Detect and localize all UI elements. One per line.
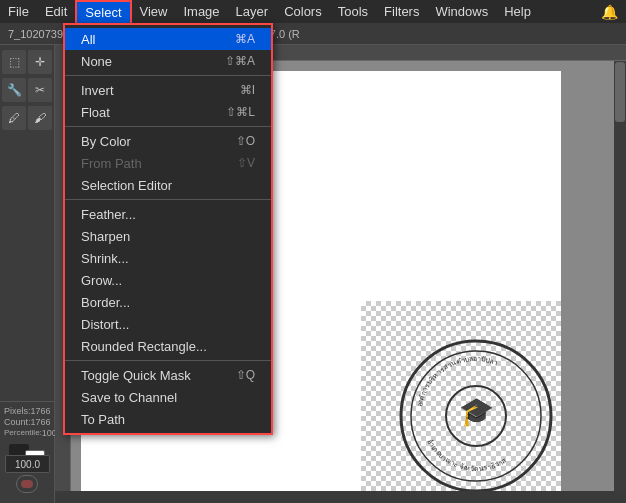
menubar-item-edit[interactable]: Edit (37, 0, 75, 23)
menu-item-all-label: All (81, 32, 95, 47)
separator-3 (65, 199, 271, 200)
menu-item-feather-label: Feather... (81, 207, 136, 222)
menubar-item-colors[interactable]: Colors (276, 0, 330, 23)
menu-item-selection-editor[interactable]: Selection Editor (65, 174, 271, 196)
zoom-value: 100.0 (15, 459, 40, 470)
toolbox: ⬚ ✛ 🔧 ✂ 🖊 🖌 Pixels: 1766 Count: 1766 (0, 45, 55, 503)
menu-item-grow[interactable]: Grow... (65, 269, 271, 291)
menu-item-toggle-quick-mask[interactable]: Toggle Quick Mask ⇧Q (65, 364, 271, 386)
menu-item-float-label: Float (81, 105, 110, 120)
menubar-item-view[interactable]: View (132, 0, 176, 23)
menu-item-from-path-label: From Path (81, 156, 142, 171)
menu-item-toggle-quick-mask-shortcut: ⇧Q (236, 368, 255, 382)
menubar-item-image[interactable]: Image (175, 0, 227, 23)
menu-item-sharpen[interactable]: Sharpen (65, 225, 271, 247)
menu-item-distort-label: Distort... (81, 317, 129, 332)
menu-item-invert-label: Invert (81, 83, 114, 98)
menubar: File Edit Select View Image Layer Colors… (0, 0, 626, 23)
separator-4 (65, 360, 271, 361)
count-label: Count: (4, 417, 31, 427)
menu-item-to-path-label: To Path (81, 412, 125, 427)
menu-item-border-label: Border... (81, 295, 130, 310)
status-bar (55, 491, 626, 503)
stamp-image: 🎓 องค์การบริหารส่วนตำบลอาบัปลา อำเภอบาเจ… (396, 336, 556, 491)
info-percentile: Percentile: 100.0 (4, 428, 50, 438)
menubar-item-filters[interactable]: Filters (376, 0, 427, 23)
tool-lasso[interactable]: 🔧 (2, 78, 26, 102)
info-count: Count: 1766 (4, 417, 50, 427)
separator-1 (65, 75, 271, 76)
pixels-value: 1766 (31, 406, 51, 416)
menu-item-by-color[interactable]: By Color ⇧O (65, 130, 271, 152)
menu-item-none-shortcut: ⇧⌘A (225, 54, 255, 68)
tool-eyedropper[interactable]: 🖊 (2, 106, 26, 130)
menubar-item-layer[interactable]: Layer (228, 0, 277, 23)
quick-mask-icon[interactable] (16, 475, 38, 493)
menu-item-save-to-channel-label: Save to Channel (81, 390, 177, 405)
menu-item-float-shortcut: ⇧⌘L (226, 105, 255, 119)
tool-select[interactable]: ⬚ (2, 50, 26, 74)
menu-item-border[interactable]: Border... (65, 291, 271, 313)
menu-item-selection-editor-label: Selection Editor (81, 178, 172, 193)
menu-item-sharpen-label: Sharpen (81, 229, 130, 244)
menu-item-invert-shortcut: ⌘I (240, 83, 255, 97)
menu-item-float[interactable]: Float ⇧⌘L (65, 101, 271, 123)
vscrollbar[interactable] (614, 61, 626, 491)
menu-item-from-path-shortcut: ⇧V (237, 156, 255, 170)
menu-item-from-path[interactable]: From Path ⇧V (65, 152, 271, 174)
menu-item-none[interactable]: None ⇧⌘A (65, 50, 271, 72)
menubar-item-select[interactable]: Select (75, 0, 131, 23)
menu-item-by-color-label: By Color (81, 134, 131, 149)
count-value: 1766 (31, 417, 51, 427)
select-dropdown-menu: All ⌘A None ⇧⌘A Invert ⌘I Float ⇧⌘L By C… (63, 23, 273, 435)
svg-text:🎓: 🎓 (459, 395, 494, 428)
separator-2 (65, 126, 271, 127)
tool-move[interactable]: ✛ (28, 50, 52, 74)
tool-paint[interactable]: 🖌 (28, 106, 52, 130)
info-pixels: Pixels: 1766 (4, 406, 50, 416)
zoom-input[interactable]: 100.0 (5, 455, 50, 473)
checkerboard-area: 🎓 องค์การบริหารส่วนตำบลอาบัปลา อำเภอบาเจ… (361, 301, 561, 491)
menubar-item-windows[interactable]: Windows (427, 0, 496, 23)
menu-item-shrink[interactable]: Shrink... (65, 247, 271, 269)
menu-item-save-to-channel[interactable]: Save to Channel (65, 386, 271, 408)
menubar-item-tools[interactable]: Tools (330, 0, 376, 23)
menu-item-to-path[interactable]: To Path (65, 408, 271, 430)
menu-item-none-label: None (81, 54, 112, 69)
notification-bell-icon[interactable]: 🔔 (601, 4, 626, 20)
menu-item-shrink-label: Shrink... (81, 251, 129, 266)
menu-item-by-color-shortcut: ⇧O (236, 134, 255, 148)
menu-item-toggle-quick-mask-label: Toggle Quick Mask (81, 368, 191, 383)
pixels-label: Pixels: (4, 406, 31, 416)
menu-item-rounded-rect[interactable]: Rounded Rectangle... (65, 335, 271, 357)
menu-item-invert[interactable]: Invert ⌘I (65, 79, 271, 101)
menu-item-feather[interactable]: Feather... (65, 203, 271, 225)
menu-item-all-shortcut: ⌘A (235, 32, 255, 46)
menu-item-all[interactable]: All ⌘A (65, 28, 271, 50)
tool-crop[interactable]: ✂ (28, 78, 52, 102)
menu-item-grow-label: Grow... (81, 273, 122, 288)
percentile-label: Percentile: (4, 428, 42, 438)
menubar-item-help[interactable]: Help (496, 0, 539, 23)
menu-item-distort[interactable]: Distort... (65, 313, 271, 335)
menubar-item-file[interactable]: File (0, 0, 37, 23)
menu-item-rounded-rect-label: Rounded Rectangle... (81, 339, 207, 354)
